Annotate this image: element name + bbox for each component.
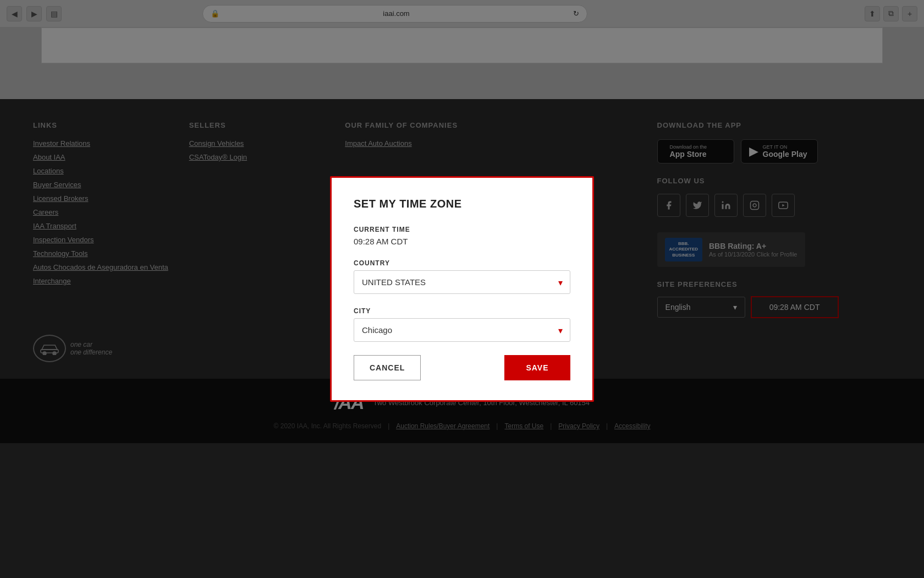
current-time-label: CURRENT TIME xyxy=(354,226,570,233)
city-select-wrapper: Chicago New York Los Angeles Houston Pho… xyxy=(354,318,570,342)
current-time-value: 09:28 AM CDT xyxy=(354,237,570,246)
country-select[interactable]: UNITED STATES CANADA MEXICO xyxy=(354,270,570,294)
country-select-wrapper: UNITED STATES CANADA MEXICO ▾ xyxy=(354,270,570,294)
modal-buttons: CANCEL SAVE xyxy=(354,355,570,380)
save-button[interactable]: SAVE xyxy=(504,355,570,380)
modal-title: SET MY TIME ZONE xyxy=(354,198,570,210)
country-label: COUNTRY xyxy=(354,259,570,267)
city-select[interactable]: Chicago New York Los Angeles Houston Pho… xyxy=(354,318,570,342)
city-label: CITY xyxy=(354,307,570,315)
timezone-modal: SET MY TIME ZONE CURRENT TIME 09:28 AM C… xyxy=(330,176,594,402)
modal-overlay: SET MY TIME ZONE CURRENT TIME 09:28 AM C… xyxy=(0,0,924,578)
cancel-button[interactable]: CANCEL xyxy=(354,355,421,380)
